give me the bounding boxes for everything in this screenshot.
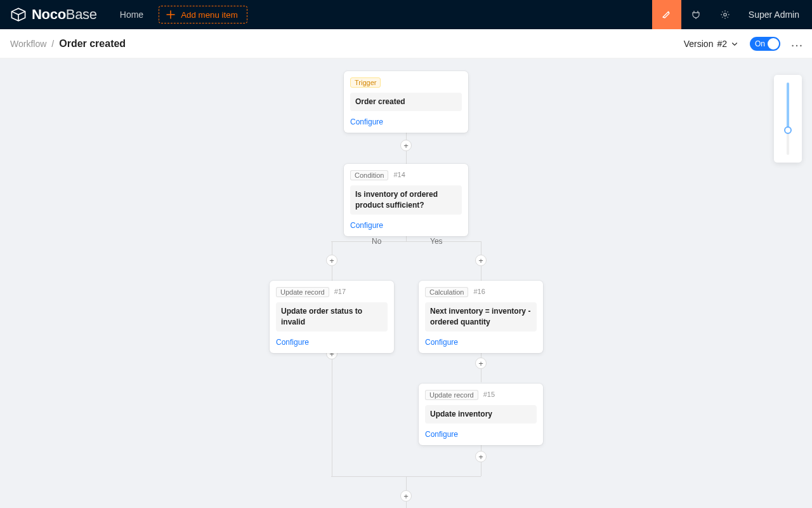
breadcrumb-root[interactable]: Workflow (10, 39, 46, 49)
svg-point-3 (800, 45, 801, 46)
configure-link[interactable]: Configure (350, 221, 383, 230)
workflow-enable-toggle[interactable]: On (750, 37, 780, 51)
version-label: Version (684, 39, 714, 49)
breadcrumb-current: Order created (59, 38, 126, 50)
brand-logo[interactable]: NocoBase (10, 6, 97, 23)
add-node-button[interactable]: + (400, 490, 412, 502)
breadcrumb-sep: / (51, 39, 54, 49)
chevron-down-icon (731, 40, 738, 48)
node-update-inventory[interactable]: Update record #15 Update inventory Confi… (419, 384, 543, 445)
svg-point-0 (724, 13, 726, 16)
node-title: Update order status to invalid (276, 302, 388, 331)
plugins-button[interactable] (681, 0, 710, 29)
add-node-button[interactable]: + (400, 140, 412, 151)
sub-header: Workflow / Order created Version #2 On (0, 29, 812, 58)
node-type-tag: Update record (276, 287, 329, 297)
node-tag-trigger: Trigger (350, 77, 381, 88)
node-update-invalid[interactable]: Update record #17 Update order status to… (270, 281, 394, 353)
gear-icon (720, 10, 730, 20)
node-title: Order created (350, 93, 462, 111)
node-id: #15 (482, 390, 496, 400)
plus-icon (166, 10, 176, 20)
workflow-canvas[interactable]: No Yes + + + + + + + Trigger Order creat… (0, 58, 812, 508)
add-menu-item-button[interactable]: Add menu item (159, 6, 247, 23)
svg-point-2 (796, 45, 797, 46)
node-title: Is inventory of ordered product sufficie… (350, 185, 462, 215)
version-selector[interactable]: Version #2 (684, 39, 738, 49)
top-nav: NocoBase Home Add menu item Super Admin (0, 0, 812, 29)
configure-link[interactable]: Configure (425, 338, 458, 347)
plug-icon (691, 10, 701, 20)
svg-point-1 (792, 45, 793, 46)
node-type-tag: Calculation (425, 287, 468, 297)
add-node-button[interactable]: + (326, 255, 337, 266)
node-title: Next inventory = inventory - ordered qua… (425, 302, 537, 331)
dots-icon (792, 44, 802, 47)
brand-sub: Base (66, 6, 97, 22)
add-node-button[interactable]: + (475, 358, 487, 369)
node-id: #16 (472, 287, 486, 297)
node-type-tag: Update record (425, 390, 478, 400)
add-node-button[interactable]: + (475, 255, 487, 266)
configure-link[interactable]: Configure (350, 117, 383, 126)
node-type-tag: Condition (350, 170, 388, 180)
node-title: Update inventory (425, 405, 537, 424)
node-id: #17 (333, 287, 347, 297)
more-button[interactable] (792, 37, 802, 50)
node-condition[interactable]: Condition #14 Is inventory of ordered pr… (344, 164, 468, 236)
add-node-button[interactable]: + (475, 451, 487, 462)
configure-link[interactable]: Configure (276, 338, 309, 347)
edit-mode-button[interactable] (652, 0, 681, 29)
nav-home[interactable]: Home (120, 10, 143, 20)
zoom-handle[interactable] (784, 126, 792, 134)
branch-label-no: No (372, 237, 381, 246)
branch-label-yes: Yes (430, 237, 443, 246)
node-calculation[interactable]: Calculation #16 Next inventory = invento… (419, 281, 543, 353)
version-number: #2 (717, 39, 727, 49)
brand-main: Noco (32, 6, 66, 22)
node-id: #14 (392, 170, 406, 180)
node-trigger[interactable]: Trigger Order created Configure (344, 71, 468, 133)
logo-icon (10, 8, 27, 22)
highlighter-icon (662, 10, 672, 20)
zoom-slider[interactable] (774, 75, 802, 163)
settings-button[interactable] (710, 0, 740, 29)
nav-user[interactable]: Super Admin (740, 10, 812, 20)
configure-link[interactable]: Configure (425, 430, 458, 439)
toggle-knob (768, 38, 779, 50)
